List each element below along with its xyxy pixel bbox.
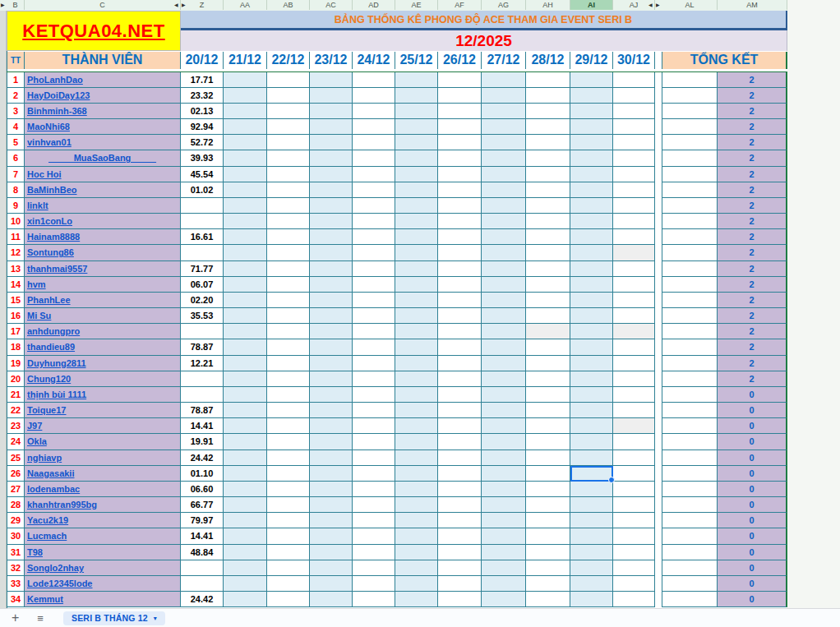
column-header-AD[interactable]: AD bbox=[353, 0, 395, 10]
member-link[interactable]: Lode12345lode bbox=[27, 579, 92, 588]
cell-AI[interactable] bbox=[570, 482, 613, 497]
cell-value-20-12[interactable]: 14.41 bbox=[181, 418, 224, 434]
cell-AF[interactable] bbox=[438, 167, 482, 182]
cell-AC[interactable] bbox=[310, 277, 353, 293]
cell-AL[interactable] bbox=[662, 245, 718, 260]
cell-AA[interactable] bbox=[224, 324, 267, 339]
cell-AI[interactable] bbox=[570, 371, 613, 387]
cell-AB[interactable] bbox=[267, 592, 310, 607]
cell-AD[interactable] bbox=[353, 245, 395, 260]
cell-total[interactable]: 2 bbox=[718, 293, 787, 308]
cell-AE[interactable] bbox=[395, 403, 438, 418]
cell-AD[interactable] bbox=[353, 135, 395, 150]
cell-AD[interactable] bbox=[353, 339, 395, 355]
cell-total[interactable]: 2 bbox=[718, 356, 787, 371]
cell-AH[interactable] bbox=[526, 182, 570, 198]
member-link[interactable]: xin1conLo bbox=[27, 216, 72, 226]
cell-AF[interactable] bbox=[438, 482, 482, 497]
cell-AF[interactable] bbox=[438, 324, 482, 339]
cell-AG[interactable] bbox=[482, 245, 526, 260]
cell-AL[interactable] bbox=[662, 371, 718, 387]
cell-total[interactable]: 0 bbox=[718, 545, 787, 560]
cell-tt[interactable]: 29 bbox=[7, 513, 25, 528]
cell-AA[interactable] bbox=[224, 167, 267, 182]
cell-AA[interactable] bbox=[224, 261, 267, 277]
cell-tt[interactable]: 8 bbox=[7, 182, 25, 198]
cell-AA[interactable] bbox=[224, 356, 267, 371]
column-header-AB[interactable]: AB bbox=[267, 0, 310, 10]
cell-AG[interactable] bbox=[482, 308, 526, 324]
cell-AF[interactable] bbox=[438, 339, 482, 355]
cell-AH[interactable] bbox=[526, 88, 570, 104]
cell-AD[interactable] bbox=[353, 308, 395, 324]
cell-total[interactable]: 2 bbox=[718, 167, 787, 182]
cell-AD[interactable] bbox=[353, 560, 395, 576]
cell-AE[interactable] bbox=[395, 482, 438, 497]
cell-AI[interactable] bbox=[570, 450, 613, 466]
cell-AC[interactable] bbox=[310, 229, 353, 245]
cell-total[interactable]: 0 bbox=[718, 418, 787, 434]
cell-AG[interactable] bbox=[482, 576, 526, 592]
cell-AL[interactable] bbox=[662, 308, 718, 324]
cell-AB[interactable] bbox=[267, 277, 310, 293]
member-link[interactable]: _____MuaSaoBang_____ bbox=[48, 153, 156, 163]
cell-AF[interactable] bbox=[438, 72, 482, 88]
cell-value-20-12[interactable] bbox=[181, 576, 224, 592]
cell-AA[interactable] bbox=[224, 528, 267, 544]
cell-member[interactable]: Okla bbox=[25, 434, 181, 450]
cell-tt[interactable]: 28 bbox=[7, 497, 25, 513]
cell-AB[interactable] bbox=[267, 293, 310, 308]
cell-member[interactable]: Hoc Hoi bbox=[25, 167, 181, 182]
cell-AC[interactable] bbox=[310, 387, 353, 403]
member-link[interactable]: T98 bbox=[27, 547, 43, 557]
cell-AI[interactable] bbox=[570, 214, 613, 229]
cell-member[interactable]: Yacu2k19 bbox=[25, 513, 181, 528]
cell-AC[interactable] bbox=[310, 528, 353, 544]
cell-AB[interactable] bbox=[267, 576, 310, 592]
cell-AF[interactable] bbox=[438, 104, 482, 119]
cell-value-20-12[interactable]: 06.60 bbox=[181, 482, 224, 497]
cell-AA[interactable] bbox=[224, 119, 267, 135]
cell-value-20-12[interactable] bbox=[181, 245, 224, 260]
cell-AG[interactable] bbox=[482, 403, 526, 418]
cell-AD[interactable] bbox=[353, 434, 395, 450]
cell-AJ[interactable] bbox=[613, 418, 655, 434]
cell-value-20-12[interactable] bbox=[181, 198, 224, 214]
member-link[interactable]: anhdungpro bbox=[27, 326, 80, 336]
cell-AG[interactable] bbox=[482, 560, 526, 576]
cell-member[interactable]: thanhmai9557 bbox=[25, 261, 181, 277]
cell-AL[interactable] bbox=[662, 182, 718, 198]
member-link[interactable]: hvm bbox=[27, 279, 46, 289]
cell-tt[interactable]: 24 bbox=[7, 434, 25, 450]
cell-total[interactable]: 0 bbox=[718, 434, 787, 450]
cell-tt[interactable]: 7 bbox=[7, 167, 25, 182]
cell-AA[interactable] bbox=[224, 592, 267, 607]
cell-AI[interactable] bbox=[570, 560, 613, 576]
cell-tt[interactable]: 22 bbox=[7, 403, 25, 418]
cell-value-20-12[interactable] bbox=[181, 214, 224, 229]
cell-member[interactable]: anhdungpro bbox=[25, 324, 181, 339]
cell-total[interactable]: 2 bbox=[718, 88, 787, 104]
cell-AL[interactable] bbox=[662, 261, 718, 277]
cell-AF[interactable] bbox=[438, 466, 482, 482]
cell-total[interactable]: 2 bbox=[718, 324, 787, 339]
cell-AA[interactable] bbox=[224, 104, 267, 119]
member-link[interactable]: PhanhLee bbox=[27, 295, 71, 305]
cell-AE[interactable] bbox=[395, 339, 438, 355]
cell-AG[interactable] bbox=[482, 135, 526, 150]
cell-AF[interactable] bbox=[438, 450, 482, 466]
cell-member[interactable]: MaoNhi68 bbox=[25, 119, 181, 135]
cell-AH[interactable] bbox=[526, 308, 570, 324]
cell-AL[interactable] bbox=[662, 356, 718, 371]
cell-total[interactable]: 2 bbox=[718, 119, 787, 135]
cell-AJ[interactable] bbox=[613, 214, 655, 229]
column-header-C[interactable]: C bbox=[25, 0, 181, 10]
header-tt[interactable]: TT bbox=[7, 52, 25, 70]
cell-AH[interactable] bbox=[526, 104, 570, 119]
cell-AE[interactable] bbox=[395, 450, 438, 466]
fill-handle[interactable] bbox=[608, 477, 615, 483]
cell-AD[interactable] bbox=[353, 167, 395, 182]
cell-tt[interactable]: 26 bbox=[7, 466, 25, 482]
cell-AI[interactable] bbox=[570, 245, 613, 260]
cell-AL[interactable] bbox=[662, 229, 718, 245]
